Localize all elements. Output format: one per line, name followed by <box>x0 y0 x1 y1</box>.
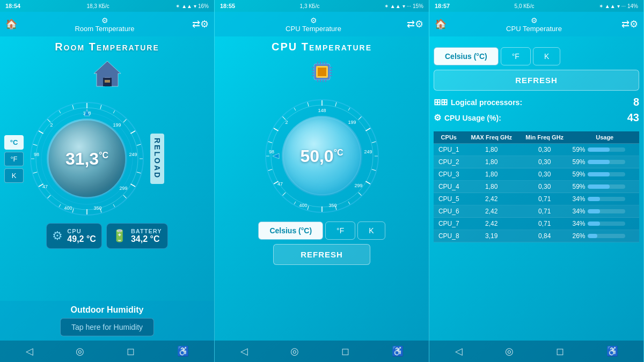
gauge-area-1: °C °F K <box>4 100 210 218</box>
home-icon-3[interactable]: 🏠 <box>435 18 447 30</box>
gear-icon[interactable]: ⚙ <box>200 18 209 30</box>
celsius-btn[interactable]: °C <box>4 135 24 150</box>
signal-icon-2: ▲▲ <box>390 3 401 9</box>
svg-line-8 <box>100 105 101 109</box>
svg-text:299: 299 <box>354 183 362 188</box>
svg-text:148: 148 <box>318 108 326 113</box>
accessibility-btn-2[interactable]: ♿ <box>392 345 404 357</box>
humidity-button[interactable]: Tap here for Humidity <box>60 318 154 336</box>
gear-icon-2[interactable]: ⚙ <box>415 18 423 30</box>
arrows-icon-3[interactable]: ⇄ <box>621 18 630 30</box>
cpu-min-freq: 0,71 <box>519 218 570 230</box>
back-btn-1[interactable]: ◁ <box>26 345 33 357</box>
bottom-cards-1: ⚙ CPU 49,2 °C 🔋 Battery 34,2 °C <box>40 223 174 249</box>
svg-line-65 <box>335 102 336 107</box>
svg-line-87 <box>308 102 309 107</box>
bluetooth-icon-3: ✶ <box>599 3 603 9</box>
more-icon: ··· <box>407 3 411 9</box>
unit-selector-1: °C °F K <box>4 135 24 183</box>
cpu-table: CPUs MAX Freq GHz Min Freq GHz Usage CPU… <box>434 131 639 242</box>
refresh-button-3[interactable]: REFRESH <box>434 70 639 91</box>
svg-text:400: 400 <box>64 205 72 211</box>
wifi-icon-2: ▾ <box>402 3 405 9</box>
home-icon[interactable]: 🏠 <box>5 18 17 30</box>
fahrenheit-btn-3[interactable]: °F <box>501 47 531 65</box>
svg-text:47: 47 <box>277 181 282 187</box>
fahrenheit-btn-2[interactable]: °F <box>325 221 355 240</box>
svg-text:98: 98 <box>34 152 39 157</box>
bottom-nav-2: ◁ ◎ ◻ ♿ <box>215 341 429 362</box>
cpu-usage-cell: 26% <box>570 230 639 242</box>
recent-btn-2[interactable]: ◻ <box>341 345 349 357</box>
usage-pct: 34% <box>572 195 585 203</box>
home-btn-1[interactable]: ◎ <box>76 345 84 357</box>
nav-title-2: CPU Temperature <box>286 25 341 33</box>
svg-text:47: 47 <box>42 184 48 189</box>
accessibility-btn-3[interactable]: ♿ <box>606 345 618 357</box>
celsius-btn-3[interactable]: Celsius (°C) <box>434 47 499 65</box>
svg-rect-47 <box>312 70 314 71</box>
recent-btn-1[interactable]: ◻ <box>127 345 135 357</box>
svg-line-74 <box>348 202 350 204</box>
cpu-max-freq: 2,42 <box>464 205 519 218</box>
usage-pct: 59% <box>572 146 585 153</box>
usage-bar-fill <box>588 209 601 213</box>
svg-text:400: 400 <box>299 203 307 208</box>
status-bar-1: 18:54 18,3 КБ/с ✶ ▲▲ ▾ 16% <box>0 0 214 12</box>
svg-line-21 <box>59 204 61 207</box>
svg-line-30 <box>72 105 74 109</box>
recent-btn-3[interactable]: ◻ <box>556 345 564 357</box>
gauge-value-2: 50,0°C <box>300 146 343 166</box>
cpu-min-freq: 0,30 <box>519 168 570 181</box>
nav-title-3: CPU Temperature <box>506 25 562 33</box>
arrows-icon-2[interactable]: ⇄ <box>407 18 415 30</box>
cpu-max-freq: 1,80 <box>464 144 519 156</box>
battery-card-text: Battery 34,2 °C <box>131 228 162 244</box>
cpu-settings-icon-3[interactable]: ⚙ <box>531 16 538 25</box>
settings-icon-1[interactable]: ⚙ <box>101 16 108 25</box>
usage-bar-fill <box>588 221 601 226</box>
bluetooth-icon-2: ✶ <box>384 3 389 9</box>
arrows-icon[interactable]: ⇄ <box>192 18 200 30</box>
wifi-icon: ▾ <box>194 3 196 9</box>
main-content-2: CPU Temperature <box>215 36 429 341</box>
svg-text:350: 350 <box>93 205 101 211</box>
back-btn-2[interactable]: ◁ <box>240 345 248 357</box>
svg-text:2: 2 <box>285 120 288 125</box>
table-row: CPU_1 1,80 0,30 59% <box>434 144 639 156</box>
table-row: CPU_4 1,80 0,30 59% <box>434 181 639 193</box>
gauge-2: 148 199 249 299 350 400 47 98 2 <box>263 97 381 215</box>
refresh-button[interactable]: REFRESH <box>273 244 370 265</box>
usage-pct: 59% <box>572 158 585 166</box>
svg-line-22 <box>47 195 50 198</box>
cpu-usage-label: CPU Usage (%): <box>444 114 501 122</box>
cpu-name: CPU_6 <box>434 205 464 218</box>
cpu-settings-icon[interactable]: ⚙ <box>310 16 317 25</box>
usage-bar-fill <box>588 184 610 189</box>
cpu-card-text: CPU 49,2 °C <box>67 228 96 244</box>
home-btn-3[interactable]: ◎ <box>505 345 514 357</box>
kelvin-btn-3[interactable]: K <box>533 47 560 65</box>
usage-bar-fill <box>588 197 601 201</box>
battery-text-3: 14% <box>627 3 638 9</box>
main-content-1: Room Temperature °C °F K <box>0 36 214 297</box>
cpu-min-freq: 0,71 <box>519 205 570 218</box>
accessibility-btn-1[interactable]: ♿ <box>177 345 189 357</box>
back-btn-3[interactable]: ◁ <box>455 345 463 357</box>
usage-bar <box>588 197 625 201</box>
kelvin-btn-2[interactable]: K <box>357 221 385 240</box>
cpu-min-freq: 0,30 <box>519 181 570 193</box>
reload-button[interactable]: RELOAD <box>150 134 164 183</box>
svg-line-17 <box>113 204 115 207</box>
celsius-btn-2[interactable]: Celsius (°C) <box>258 221 323 240</box>
usage-bar-fill <box>588 160 610 164</box>
cpu-usage-cell: 34% <box>570 218 639 230</box>
nav-bar-1: 🏠 ⚙ Room Temperature ⇄ ⚙ <box>0 12 214 36</box>
kelvin-btn[interactable]: K <box>4 168 24 183</box>
fahrenheit-btn[interactable]: °F <box>4 152 24 166</box>
gear-icon-3[interactable]: ⚙ <box>630 18 638 30</box>
svg-line-11 <box>130 131 135 134</box>
home-btn-2[interactable]: ◎ <box>290 345 299 357</box>
svg-line-9 <box>113 110 115 113</box>
cpu-chip-icon <box>309 58 335 91</box>
